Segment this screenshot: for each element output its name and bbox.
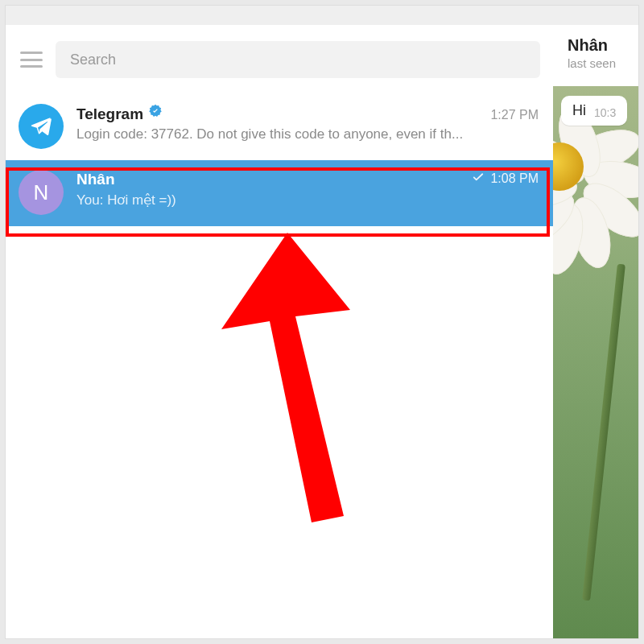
- avatar-telegram: [19, 104, 64, 149]
- verified-badge-icon: [148, 104, 163, 118]
- message-time: 10:3: [594, 106, 616, 119]
- window-chrome-top: [6, 6, 638, 25]
- conversation-subtitle: last seen: [568, 56, 624, 70]
- message-text: Hi: [572, 102, 586, 119]
- telegram-plane-icon: [29, 114, 53, 138]
- chat-title: Telegram: [76, 105, 143, 123]
- chat-item-nhan[interactable]: N Nhân 1:08 PM You: Hơi mệt =)): [6, 160, 553, 226]
- svg-marker-0: [221, 233, 350, 522]
- conversation-background: Hi 10:3: [553, 86, 638, 638]
- chat-title: Nhân: [76, 171, 115, 188]
- chat-list-panel: Telegram 1:27 PM Login code: 37762. Do n…: [6, 25, 553, 638]
- chat-time: 1:08 PM: [471, 170, 539, 188]
- search-input-field[interactable]: [70, 52, 526, 68]
- menu-icon[interactable]: [20, 52, 43, 68]
- chat-item-telegram[interactable]: Telegram 1:27 PM Login code: 37762. Do n…: [6, 94, 553, 160]
- chat-preview: You: Hơi mệt =)): [76, 192, 539, 208]
- message-bubble[interactable]: Hi 10:3: [561, 96, 627, 126]
- chat-time: 1:27 PM: [490, 108, 539, 122]
- conversation-panel: Nhân last seen: [553, 25, 638, 638]
- annotation-arrow-icon: [183, 233, 392, 539]
- conversation-header[interactable]: Nhân last seen: [553, 25, 638, 76]
- chat-preview: Login code: 37762. Do not give this code…: [76, 126, 539, 142]
- search-input[interactable]: [56, 41, 540, 78]
- avatar-nhan: N: [19, 170, 64, 215]
- conversation-title: Nhân: [568, 36, 624, 55]
- sent-check-icon: [471, 170, 485, 188]
- chat-time-text: 1:08 PM: [490, 171, 539, 186]
